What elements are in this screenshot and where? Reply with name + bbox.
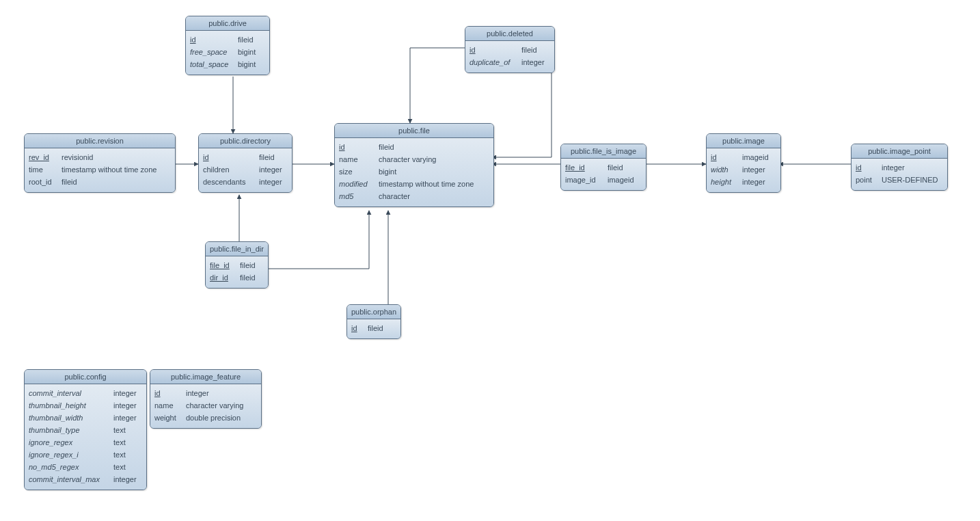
col-type: fileid	[240, 271, 263, 284]
col-type: integer	[113, 387, 142, 399]
col-type: integer	[882, 161, 943, 174]
entity-body: commit_intervalinteger thumbnail_heighti…	[25, 384, 146, 490]
col-type: integer	[742, 176, 776, 188]
entity-body: idimageid widthinteger heightinteger	[707, 148, 780, 192]
col-name: no_md5_regex	[29, 461, 109, 473]
col-name: size	[339, 165, 375, 178]
col-name: id	[469, 44, 517, 56]
col-name: thumbnail_width	[29, 412, 109, 424]
entity-public-image: public.image idimageid widthinteger heig…	[706, 133, 781, 193]
entity-title: public.config	[25, 370, 146, 384]
col-name: id	[190, 34, 234, 46]
entity-title: public.revision	[25, 134, 175, 148]
entity-title: public.directory	[199, 134, 292, 148]
entity-body: idinteger pointUSER-DEFINED	[852, 159, 947, 190]
entity-title: public.orphan	[347, 305, 400, 319]
entity-public-directory: public.directory idfileid childrenintege…	[198, 133, 292, 193]
entity-body: file_idfileid dir_idfileid	[206, 256, 268, 288]
col-type: fileid	[379, 141, 489, 153]
col-type: double precision	[186, 412, 257, 424]
entity-title: public.image_feature	[150, 370, 261, 384]
col-type: text	[113, 436, 142, 449]
col-type: fileid	[368, 322, 391, 334]
col-name: commit_interval_max	[29, 473, 109, 485]
entity-body: file_idfileid image_idimageid	[561, 159, 646, 190]
col-name: id	[856, 161, 877, 174]
col-type: imageid	[742, 151, 776, 163]
col-type: fileid	[62, 176, 171, 188]
col-type: integer	[186, 387, 257, 399]
er-relationships	[0, 0, 980, 521]
col-type: integer	[259, 163, 288, 176]
entity-public-revision: public.revision rev_idrevisionid timetim…	[24, 133, 176, 193]
col-name: rev_id	[29, 151, 57, 163]
col-type: integer	[521, 56, 550, 68]
entity-body: idfileid duplicate_ofinteger	[465, 41, 554, 72]
entity-public-file-is-image: public.file_is_image file_idfileid image…	[560, 144, 646, 191]
entity-title: public.file_in_dir	[206, 242, 268, 256]
entity-public-image-feature: public.image_feature idinteger namechara…	[150, 369, 262, 429]
entity-title: public.file_is_image	[561, 144, 646, 159]
entity-body: idfileid free_spacebigint total_spacebig…	[186, 31, 269, 75]
col-name: thumbnail_type	[29, 424, 109, 436]
col-name: height	[711, 176, 738, 188]
col-type: timestamp without time zone	[379, 178, 489, 190]
col-name: file_id	[565, 161, 603, 174]
col-type: bigint	[238, 46, 265, 58]
col-name: point	[856, 174, 877, 186]
col-name: md5	[339, 190, 375, 202]
col-name: id	[351, 322, 364, 334]
col-name: descendants	[203, 176, 255, 188]
col-name: file_id	[210, 259, 236, 271]
col-name: name	[339, 153, 375, 165]
col-name: name	[154, 399, 182, 412]
col-name: image_id	[565, 174, 603, 186]
entity-public-file: public.file idfileid namecharacter varyi…	[334, 123, 494, 207]
col-type: integer	[113, 412, 142, 424]
col-name: weight	[154, 412, 182, 424]
col-name: ignore_regex_i	[29, 449, 109, 461]
entity-title: public.drive	[186, 16, 269, 31]
col-name: duplicate_of	[469, 56, 517, 68]
col-type: text	[113, 424, 142, 436]
col-type: text	[113, 449, 142, 461]
col-name: total_space	[190, 58, 234, 70]
entity-public-deleted: public.deleted idfileid duplicate_ofinte…	[465, 26, 555, 73]
col-name: dir_id	[210, 271, 236, 284]
col-type: integer	[113, 399, 142, 412]
col-type: integer	[259, 176, 288, 188]
entity-body: idfileid childreninteger descendantsinte…	[199, 148, 292, 192]
entity-public-file-in-dir: public.file_in_dir file_idfileid dir_idf…	[205, 241, 269, 289]
entity-body: idinteger namecharacter varying weightdo…	[150, 384, 261, 428]
col-name: thumbnail_height	[29, 399, 109, 412]
col-name: children	[203, 163, 255, 176]
col-name: free_space	[190, 46, 234, 58]
col-name: id	[154, 387, 182, 399]
col-type: USER-DEFINED	[882, 174, 943, 186]
col-type: bigint	[379, 165, 489, 178]
col-type: integer	[742, 163, 776, 176]
col-name: id	[711, 151, 738, 163]
entity-public-config: public.config commit_intervalinteger thu…	[24, 369, 147, 490]
col-type: timestamp without time zone	[62, 163, 171, 176]
col-name: id	[339, 141, 375, 153]
col-type: integer	[113, 473, 142, 485]
entity-public-orphan: public.orphan idfileid	[346, 304, 401, 339]
entity-body: rev_idrevisionid timetimestamp without t…	[25, 148, 175, 192]
col-type: revisionid	[62, 151, 171, 163]
col-type: character varying	[186, 399, 257, 412]
col-type: character	[379, 190, 489, 202]
col-type: character varying	[379, 153, 489, 165]
entity-title: public.image	[707, 134, 780, 148]
entity-body: idfileid namecharacter varying sizebigin…	[335, 138, 493, 206]
col-type: fileid	[608, 161, 642, 174]
entity-title: public.file	[335, 124, 493, 138]
col-type: text	[113, 461, 142, 473]
col-type: fileid	[521, 44, 550, 56]
entity-title: public.image_point	[852, 144, 947, 159]
col-type: bigint	[238, 58, 265, 70]
col-name: time	[29, 163, 57, 176]
col-type: fileid	[240, 259, 263, 271]
col-name: ignore_regex	[29, 436, 109, 449]
col-type: fileid	[259, 151, 288, 163]
